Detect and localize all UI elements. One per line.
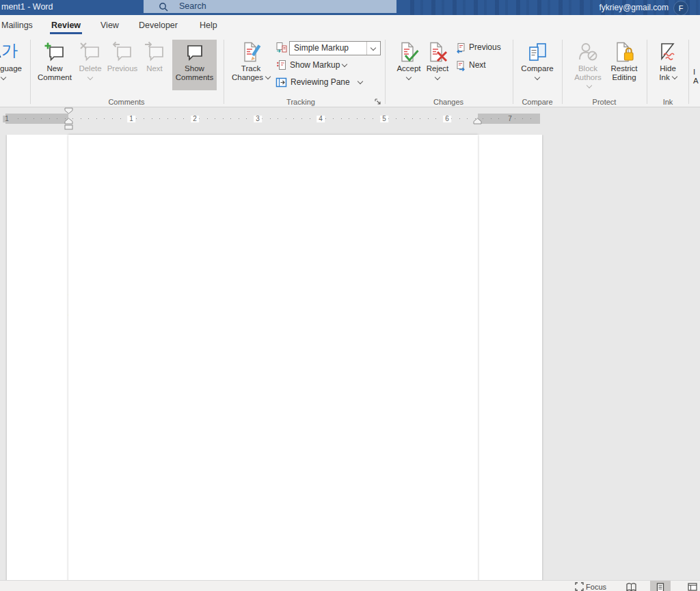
print-layout-icon [656, 583, 664, 591]
track-changes-icon [240, 41, 262, 63]
ribbon: A 가 guage New Comment Delete [0, 38, 700, 107]
show-comments-icon [184, 41, 206, 63]
block-authors-icon [577, 41, 599, 63]
print-layout-button[interactable] [650, 581, 671, 591]
horizontal-ruler: 1 1 2 3 4 5 6 7 [0, 107, 700, 135]
read-mode-icon [626, 583, 636, 591]
tab-review[interactable]: Review [51, 21, 81, 30]
tab-mailings[interactable]: Mailings [1, 21, 33, 30]
previous-change-icon [455, 42, 466, 53]
compare-group-label: Compare [522, 98, 552, 106]
ruler-number-left-margin: 1 [3, 116, 11, 122]
show-markup-icon [276, 60, 287, 70]
reviewing-pane-icon [275, 77, 287, 88]
next-comment-button[interactable]: Next [139, 40, 170, 90]
reject-button[interactable]: Reject [422, 40, 453, 90]
ink-group-label: Ink [663, 98, 673, 106]
first-line-indent-marker[interactable] [64, 107, 73, 114]
cropped-button-label-line1: I [693, 68, 695, 76]
hide-ink-icon [657, 41, 679, 63]
tracking-group-label: Tracking [286, 98, 315, 106]
new-comment-icon [44, 41, 66, 63]
display-for-review-value: Simple Markup [294, 43, 349, 53]
focus-icon [575, 582, 584, 591]
display-for-review-select[interactable]: Simple Markup [289, 41, 381, 55]
display-for-review-icon [276, 42, 287, 53]
right-indent-marker[interactable] [473, 118, 482, 124]
word-window: ment1 - Word Search fykriey@gmail.com F … [0, 0, 700, 591]
read-mode-button[interactable] [621, 581, 641, 591]
block-authors-button[interactable]: Block Authors [571, 40, 604, 90]
left-indent-marker[interactable] [64, 118, 73, 130]
account-avatar[interactable]: F [673, 1, 688, 16]
ruler-number-4: 4 [317, 116, 325, 122]
ruler-number-5: 5 [380, 116, 388, 122]
compare-icon [526, 41, 548, 63]
accept-button[interactable]: Accept [394, 40, 424, 90]
next-change-icon [455, 60, 466, 71]
restrict-editing-button[interactable]: Restrict Editing [607, 40, 641, 90]
delete-comment-icon [79, 41, 101, 63]
tab-view[interactable]: View [100, 21, 119, 30]
compare-button[interactable]: Compare [520, 40, 555, 90]
tracking-dialog-launcher[interactable] [375, 98, 381, 105]
hide-ink-button[interactable]: Hide Ink [654, 40, 682, 90]
ruler-number-3: 3 [254, 116, 262, 122]
changes-group-label: Changes [433, 98, 463, 106]
language-button[interactable]: A 가 guage [0, 40, 29, 90]
ribbon-tab-bar: Mailings Review View Developer Help [0, 15, 700, 38]
account-email[interactable]: fykriey@gmail.com [599, 3, 669, 12]
ruler-number-1: 1 [127, 116, 135, 122]
language-icon: A 가 [0, 40, 21, 63]
web-layout-button[interactable] [682, 581, 700, 591]
protect-group-label: Protect [593, 98, 617, 106]
search-box[interactable]: Search [144, 0, 396, 13]
tab-developer[interactable]: Developer [139, 21, 178, 30]
comments-group-label: Comments [108, 98, 144, 106]
focus-mode-button[interactable]: Focus [575, 582, 606, 591]
accept-icon [398, 41, 420, 63]
next-comment-icon [144, 41, 165, 63]
title-bar: ment1 - Word Search fykriey@gmail.com F [0, 0, 700, 15]
restrict-editing-icon [613, 41, 635, 63]
combo-dropdown-button[interactable] [366, 42, 380, 55]
window-title: ment1 - Word [1, 2, 53, 12]
previous-comment-button[interactable]: Previous [107, 40, 138, 90]
web-layout-icon [688, 583, 697, 591]
tab-help[interactable]: Help [200, 21, 217, 30]
cropped-button-label-line2: A [693, 77, 699, 85]
status-bar: Focus [0, 580, 700, 591]
show-comments-button[interactable]: Show Comments [172, 40, 217, 90]
search-icon [159, 2, 168, 12]
previous-comment-icon [111, 41, 133, 63]
ruler-number-6: 6 [443, 116, 451, 122]
search-placeholder: Search [179, 1, 206, 11]
new-comment-button[interactable]: New Comment [36, 40, 74, 90]
delete-comment-button[interactable]: Delete [75, 40, 105, 90]
ruler-number-2: 2 [191, 116, 199, 122]
track-changes-button[interactable]: Track Changes [231, 40, 271, 90]
reject-icon [427, 41, 448, 63]
ruler-number-7: 7 [506, 116, 514, 122]
